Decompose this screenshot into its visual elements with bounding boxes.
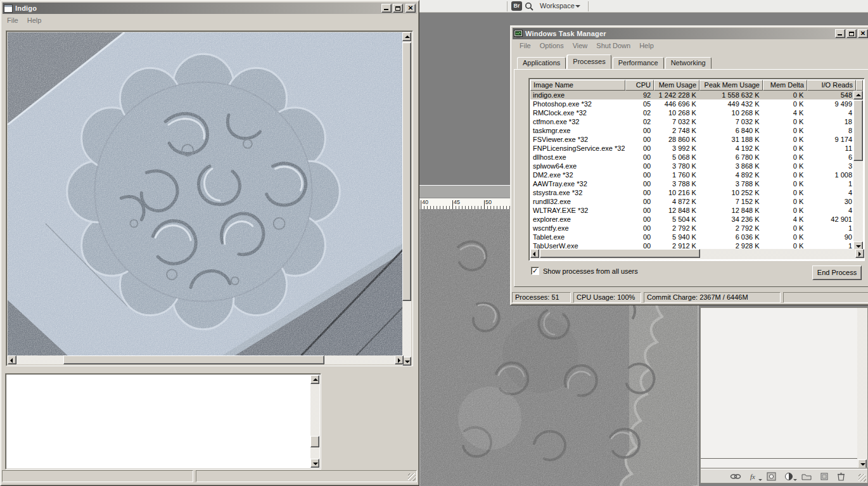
status-empty-pane (783, 292, 868, 303)
ruler-label: 40 (422, 199, 428, 205)
layer-style-fx-icon[interactable]: fx (750, 472, 758, 481)
process-row[interactable]: taskmgr.exe 00 2 748 K 6 840 K 0 K 8 (530, 126, 855, 135)
scroll-right-button[interactable] (395, 355, 404, 364)
menu-view[interactable]: View (569, 41, 593, 51)
layers-list-empty[interactable] (701, 308, 857, 459)
process-list-horizontal-scrollbar[interactable] (530, 249, 864, 259)
panel-resize-grip[interactable] (858, 474, 866, 482)
menu-shutdown[interactable]: Shut Down (592, 41, 635, 51)
indigo-titlebar: Indigo ✕ (3, 3, 417, 14)
status-pane (196, 470, 417, 482)
process-row[interactable]: RMClock.exe *32 02 10 268 K 10 268 K 4 K… (530, 108, 855, 117)
task-manager-icon (514, 30, 523, 38)
scroll-down-button[interactable] (310, 459, 319, 468)
process-row[interactable]: dllhost.exe 00 5 068 K 6 780 K 0 K 6 (530, 153, 855, 162)
scroll-left-button[interactable] (8, 355, 16, 364)
task-manager-window: Windows Task Manager ✕ File Options View… (510, 25, 868, 305)
add-layer-mask-icon[interactable] (767, 472, 776, 481)
log-vertical-scrollbar[interactable] (310, 375, 319, 468)
tab-performance[interactable]: Performance (613, 57, 664, 69)
task-manager-tabs: Applications Processes Performance Netwo… (517, 55, 713, 69)
column-io-reads[interactable]: I/O Reads (807, 80, 856, 91)
menu-help[interactable]: Help (23, 15, 47, 25)
maximize-button[interactable] (393, 4, 403, 13)
scroll-thumb[interactable] (402, 42, 411, 301)
render-view (6, 30, 413, 366)
render-log-text (8, 376, 309, 468)
scroll-down-button[interactable] (402, 357, 411, 366)
render-log-box[interactable] (5, 373, 321, 470)
process-row[interactable]: rundll32.exe 00 4 872 K 7 152 K 0 K 30 (530, 197, 855, 206)
process-row[interactable]: WLTRAY.EXE *32 00 12 848 K 12 848 K 0 K … (530, 206, 855, 215)
process-table-header: Image Name CPU Mem Usage Peak Mem Usage … (530, 80, 863, 91)
minimize-button[interactable] (381, 4, 392, 13)
scroll-down-button[interactable] (858, 459, 867, 469)
scroll-left-button[interactable] (530, 249, 539, 258)
column-mem-delta[interactable]: Mem Delta (763, 80, 807, 91)
scroll-thumb[interactable] (63, 355, 324, 364)
indigo-window: Indigo ✕ File Help (0, 0, 419, 486)
menu-help[interactable]: Help (635, 41, 659, 51)
chevron-down-icon (575, 5, 580, 8)
column-peak-mem-usage[interactable]: Peak Mem Usage (699, 80, 763, 91)
new-group-folder-icon[interactable] (801, 472, 812, 481)
task-manager-statusbar: Processes: 51 CPU Usage: 100% Commit Cha… (512, 292, 868, 304)
tab-applications[interactable]: Applications (517, 57, 566, 69)
process-list-vertical-scrollbar[interactable] (853, 91, 863, 250)
process-row[interactable]: indigo.exe 92 1 242 228 K 1 558 632 K 0 … (530, 91, 855, 99)
column-mem-usage[interactable]: Mem Usage (654, 80, 699, 91)
appbar-separator (507, 1, 507, 11)
column-cpu[interactable]: CPU (625, 80, 654, 91)
process-list: indigo.exe 92 1 242 228 K 1 558 632 K 0 … (530, 91, 855, 250)
process-row[interactable]: splwow64.exe 00 3 780 K 3 868 K 0 K 3 (530, 162, 855, 170)
process-row[interactable]: FSViewer.exe *32 00 28 860 K 31 188 K 0 … (530, 135, 855, 144)
close-button[interactable]: ✕ (405, 4, 416, 13)
task-manager-titlebar: Windows Task Manager ✕ (513, 28, 868, 39)
link-layers-icon[interactable] (730, 472, 741, 481)
close-button[interactable]: ✕ (858, 29, 868, 38)
scroll-thumb[interactable] (310, 436, 319, 447)
workspace-switcher-button[interactable]: Workspace (540, 2, 575, 10)
process-row[interactable]: FNPLicensingService.exe *32 00 3 992 K 4… (530, 144, 855, 153)
scroll-up-button[interactable] (853, 91, 863, 99)
show-all-users-checkbox[interactable]: ✓ (531, 267, 539, 275)
adjustment-layer-icon[interactable] (784, 472, 793, 481)
menu-file[interactable]: File (3, 15, 23, 25)
ruler-label: 45 (454, 199, 460, 205)
scroll-up-button[interactable] (310, 375, 319, 384)
tab-networking[interactable]: Networking (665, 57, 712, 69)
process-row[interactable]: stsystra.exe *32 00 10 216 K 10 252 K 0 … (530, 188, 855, 197)
scroll-right-button[interactable] (855, 249, 864, 258)
scroll-thumb[interactable] (853, 100, 863, 161)
appbar-separator (588, 1, 589, 11)
layers-panel-scrollbar[interactable] (857, 308, 867, 470)
end-process-button[interactable]: End Process (812, 265, 862, 280)
process-row[interactable]: explorer.exe 00 5 504 K 34 236 K 4 K 42 … (530, 215, 855, 224)
scroll-thumb[interactable] (540, 249, 700, 258)
render-vertical-scrollbar[interactable] (402, 32, 411, 366)
delete-layer-trash-icon[interactable] (837, 472, 845, 481)
maximize-button[interactable] (846, 29, 857, 38)
show-all-users-row: ✓ Show processes from all users (531, 267, 638, 275)
window-resize-grip[interactable] (408, 473, 416, 481)
process-row[interactable]: AAWTray.exe *32 00 3 788 K 3 788 K 0 K 1 (530, 179, 855, 188)
ruler-label: 50 (485, 199, 492, 205)
render-horizontal-scrollbar[interactable] (8, 355, 404, 364)
process-row[interactable]: Photoshop.exe *32 05 446 696 K 449 432 K… (530, 99, 855, 108)
zoom-level-icon[interactable] (525, 2, 534, 11)
process-row[interactable]: wscntfy.exe 00 2 792 K 2 792 K 0 K 1 (530, 224, 855, 233)
tab-processes[interactable]: Processes (567, 54, 611, 69)
menu-file[interactable]: File (516, 41, 536, 51)
process-row[interactable]: Tablet.exe 00 5 940 K 6 036 K 0 K 90 (530, 233, 855, 241)
new-layer-icon[interactable] (820, 472, 829, 481)
bridge-launch-button[interactable]: Br (511, 1, 522, 11)
scroll-up-button[interactable] (402, 32, 411, 41)
process-row[interactable]: ctfmon.exe *32 02 7 032 K 7 032 K 0 K 18 (530, 117, 855, 126)
indigo-app-icon (4, 4, 13, 13)
rendered-image (8, 32, 404, 355)
minimize-button[interactable] (835, 29, 845, 38)
process-row[interactable]: DM2.exe *32 00 1 760 K 4 892 K 0 K 1 008 (530, 170, 855, 179)
indigo-menubar: File Help (3, 15, 46, 26)
column-image-name[interactable]: Image Name (530, 80, 625, 91)
menu-options[interactable]: Options (536, 41, 569, 51)
